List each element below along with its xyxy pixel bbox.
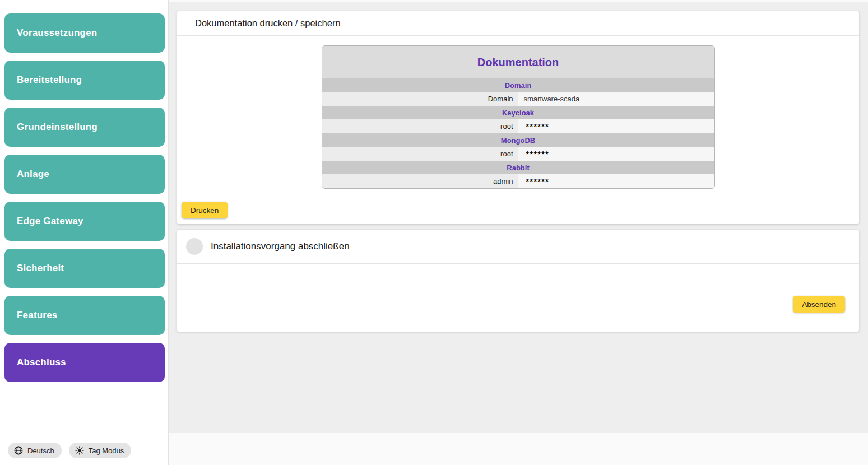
documentation-card-header: Dokumentation drucken / speichern <box>177 11 859 36</box>
sidebar-item-grundeinstellung[interactable]: Grundeinstellung <box>4 108 165 147</box>
table-row: Domain smartware-scada <box>322 92 714 106</box>
finish-actions: Absenden <box>177 264 859 313</box>
documentation-card-title: Dokumentation drucken / speichern <box>195 18 341 29</box>
doc-row-value: smartware-scada <box>518 92 714 106</box>
doc-section-mongodb: MongoDB <box>322 133 714 147</box>
sidebar-item-edge-gateway[interactable]: Edge Gateway <box>4 202 165 241</box>
doc-row-masked-password: ****** <box>518 119 714 133</box>
sidebar-item-anlage[interactable]: Anlage <box>4 155 165 194</box>
finish-card-title: Installationsvorgang abschließen <box>211 241 350 252</box>
submit-button[interactable]: Absenden <box>793 296 845 313</box>
table-row: admin ****** <box>322 174 714 188</box>
print-actions: Drucken <box>177 189 859 218</box>
sidebar-item-bereitstellung[interactable]: Bereitstellung <box>4 61 165 100</box>
theme-mode-button[interactable]: Tag Modus <box>69 443 132 458</box>
table-row: root ****** <box>322 119 714 133</box>
doc-section-keycloak: Keycloak <box>322 106 714 119</box>
doc-row-label: root <box>322 147 518 161</box>
doc-row-masked-password: ****** <box>518 174 714 188</box>
sidebar: Voraussetzungen Bereitstellung Grundeins… <box>0 0 169 465</box>
sidebar-item-sicherheit[interactable]: Sicherheit <box>4 249 165 288</box>
globe-icon <box>13 445 24 455</box>
doc-row-label: admin <box>322 174 518 188</box>
doc-row-label: root <box>322 119 518 133</box>
documentation-table: Dokumentation Domain Domain smartware-sc… <box>322 45 715 189</box>
finish-card-header: Installationsvorgang abschließen <box>177 230 859 264</box>
doc-table-title: Dokumentation <box>322 46 714 78</box>
language-button[interactable]: Deutsch <box>8 443 62 458</box>
main-content: Dokumentation drucken / speichern Dokume… <box>169 0 868 465</box>
theme-mode-button-label: Tag Modus <box>89 447 124 455</box>
table-row: root ****** <box>322 147 714 161</box>
sun-icon <box>75 445 85 455</box>
sidebar-item-features[interactable]: Features <box>4 296 165 335</box>
language-button-label: Deutsch <box>27 447 54 455</box>
sidebar-item-voraussetzungen[interactable]: Voraussetzungen <box>4 13 165 53</box>
doc-row-label: Domain <box>322 92 518 106</box>
finish-installation-card: Installationsvorgang abschließen Absende… <box>177 230 859 332</box>
step-circle-icon <box>186 238 203 255</box>
documentation-card: Dokumentation drucken / speichern Dokume… <box>177 11 859 224</box>
sidebar-footer: Deutsch Tag Mod <box>8 443 131 458</box>
doc-row-masked-password: ****** <box>518 147 714 161</box>
print-button[interactable]: Drucken <box>182 202 228 218</box>
doc-section-rabbit: Rabbit <box>322 161 714 174</box>
sidebar-item-abschluss[interactable]: Abschluss <box>4 343 165 382</box>
doc-section-domain: Domain <box>322 78 714 92</box>
